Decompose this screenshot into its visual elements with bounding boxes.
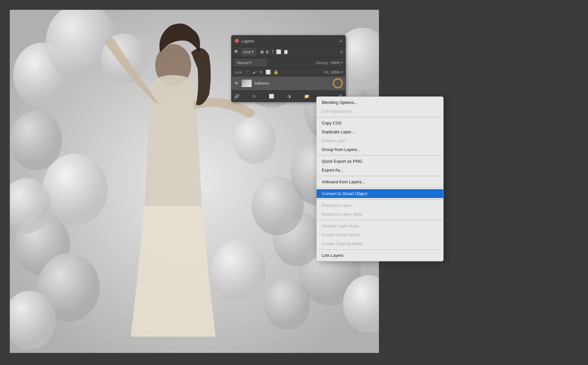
kind-filter-arrow: ▾: [252, 50, 254, 54]
menu-separator-6: [317, 220, 443, 220]
layers-panel-title: Layers: [241, 39, 339, 43]
layer-row-balloons[interactable]: 👁 balloons: [232, 76, 345, 91]
kind-filter-label: Kind: [243, 50, 251, 54]
lock-label: Lock:: [234, 70, 243, 74]
menu-separator-1: [317, 117, 443, 117]
layers-titlebar: × Layers ≡: [232, 36, 345, 46]
blend-opacity-row: Normal ▾ Opacity: 100% ▾: [232, 58, 345, 68]
lock-transparent-icon[interactable]: ⬚: [246, 70, 250, 75]
opacity-value[interactable]: 100%: [331, 61, 340, 65]
layer-visibility-icon[interactable]: 👁: [234, 81, 239, 86]
svg-point-18: [234, 117, 276, 164]
layer-options-circle[interactable]: [333, 78, 343, 88]
menu-item-rasterize-layer: Rasterize Layer: [317, 201, 443, 210]
menu-item-quick-export-png[interactable]: Quick Export as PNG: [317, 157, 443, 166]
fill-label: Fill:: [324, 70, 329, 74]
lock-image-icon[interactable]: 🖌: [253, 70, 257, 75]
menu-item-artboard-from-layers[interactable]: Artboard from Layers...: [317, 177, 443, 186]
menu-item-export-as[interactable]: Export As...: [317, 166, 443, 174]
svg-point-19: [252, 176, 304, 235]
adjustment-icon[interactable]: ◑: [287, 94, 291, 99]
menu-separator-5: [317, 199, 443, 200]
lock-fill-row: Lock: ⬚ 🖌 ✛ ⬜ 🔒 Fill: 100% ▾: [232, 68, 345, 76]
menu-item-group-from-layers[interactable]: Group from Layers...: [317, 145, 443, 154]
menu-separator-4: [317, 188, 443, 188]
menu-separator-3: [317, 176, 443, 176]
menu-item-edit-adjustment: Edit Adjustment...: [317, 107, 443, 116]
search-icon: 🔍: [234, 50, 239, 54]
svg-point-20: [211, 240, 266, 302]
kind-filter-dropdown[interactable]: Kind ▾: [241, 48, 256, 55]
svg-point-21: [265, 278, 310, 330]
filter-pixel-icon[interactable]: ▣: [260, 49, 264, 54]
svg-point-3: [10, 111, 62, 170]
blend-mode-dropdown[interactable]: Normal ▾: [234, 59, 267, 66]
link-icon[interactable]: 🔗: [234, 94, 239, 99]
lock-position-icon[interactable]: ✛: [259, 70, 263, 75]
layer-name: balloons: [254, 81, 269, 86]
context-menu: Blending Options... Edit Adjustment... C…: [316, 96, 444, 261]
layer-thumbnail: [241, 79, 252, 87]
filter-dot: [340, 51, 343, 53]
opacity-arrow[interactable]: ▾: [341, 61, 343, 64]
blend-mode-arrow: ▾: [250, 60, 252, 65]
menu-separator-7: [317, 249, 443, 250]
menu-item-convert-to-smart-object[interactable]: Convert to Smart Object: [317, 189, 443, 198]
menu-separator-2: [317, 155, 443, 156]
filter-shape-icon[interactable]: ⬜: [276, 49, 281, 54]
opacity-label: Opacity:: [316, 61, 329, 65]
menu-item-disable-layer-mask: Disable Layer Mask: [317, 222, 443, 230]
blend-mode-label: Normal: [237, 61, 249, 65]
menu-item-create-clipping-mask: Create Clipping Mask: [317, 239, 443, 248]
layers-filter-row: 🔍 Kind ▾ ▣ ◐ T ⬜ 📋: [232, 46, 345, 58]
menu-item-copy-css[interactable]: Copy CSS: [317, 119, 443, 127]
group-icon[interactable]: 📁: [304, 94, 309, 99]
layers-close-button[interactable]: ×: [235, 39, 239, 43]
filter-adjust-icon[interactable]: ◐: [266, 49, 270, 54]
menu-item-link-layers[interactable]: Link Layers: [317, 251, 443, 260]
layers-menu-icon[interactable]: ≡: [339, 38, 342, 43]
fill-arrow[interactable]: ▾: [341, 70, 343, 74]
menu-item-delete-layer: Delete Layer: [317, 136, 443, 145]
filter-smart-icon[interactable]: 📋: [283, 49, 288, 54]
fill-value[interactable]: 100%: [331, 70, 340, 74]
fill-section: Fill: 100% ▾: [324, 70, 343, 74]
filter-icons: ▣ ◐ T ⬜ 📋: [260, 49, 288, 54]
svg-point-4: [42, 154, 108, 225]
menu-item-duplicate-layer[interactable]: Duplicate Layer...: [317, 127, 443, 136]
lock-all-icon[interactable]: 🔒: [273, 70, 279, 75]
opacity-row: Opacity: 100% ▾: [316, 61, 343, 65]
lock-artboard-icon[interactable]: ⬜: [266, 70, 271, 75]
menu-item-rasterize-layer-style: Rasterize Layer Style: [317, 210, 443, 219]
menu-item-blending-options[interactable]: Blending Options...: [317, 98, 443, 107]
filter-type-icon[interactable]: T: [271, 49, 274, 54]
layers-panel: × Layers ≡ 🔍 Kind ▾ ▣ ◐ T ⬜ 📋 Normal ▾ O…: [231, 35, 346, 102]
menu-item-enable-vector-mask: Enable Vector Mask: [317, 230, 443, 239]
lock-icons: ⬚ 🖌 ✛ ⬜ 🔒: [246, 70, 279, 75]
add-mask-icon[interactable]: ⬜: [269, 94, 274, 99]
fx-icon[interactable]: fx: [253, 94, 255, 99]
